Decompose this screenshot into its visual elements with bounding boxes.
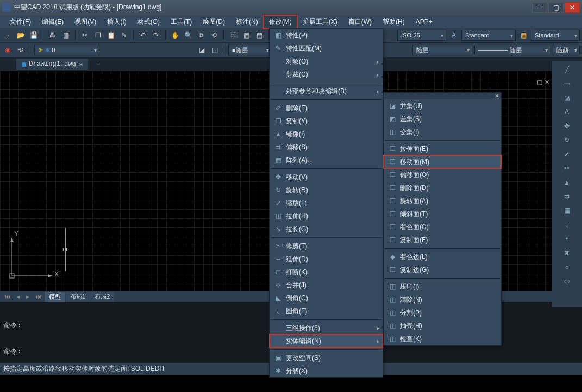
modify-menu-item[interactable]: 外部参照和块编辑(B)▸ [270, 85, 383, 98]
layout-tab-layout2[interactable]: 布局2 [90, 292, 114, 302]
modify-menu-item[interactable]: ↻旋转(R) [270, 184, 383, 197]
modify-move-icon[interactable]: ✥ [561, 121, 572, 131]
menu-insert[interactable]: 插入(I) [102, 15, 132, 29]
draw-point-icon[interactable]: • [561, 233, 572, 244]
make-current-icon[interactable]: ◪ [196, 45, 207, 55]
menu-draw[interactable]: 绘图(D) [197, 15, 230, 29]
document-tab[interactable]: ▩ Drawing1.dwg ✕ [16, 59, 88, 70]
modify-erase-icon[interactable]: ✖ [561, 248, 572, 258]
maximize-button[interactable]: ▢ [548, 2, 564, 13]
menu-app-plus[interactable]: APP+ [410, 16, 438, 28]
layer-manager-icon[interactable]: ◉ [2, 45, 13, 55]
modify-menu-item[interactable]: ✱分解(X) [270, 364, 383, 377]
modify-menu-item[interactable]: ▲镜像(I) [270, 128, 383, 141]
layout-tab-model[interactable]: 模型 [45, 292, 65, 302]
match-props-icon[interactable]: ✎ [118, 30, 129, 41]
dimstyle-combo[interactable]: ISO-25 [397, 30, 446, 41]
design-center-icon[interactable]: ▦ [241, 30, 252, 41]
modify-menu-item[interactable]: □打断(K) [270, 265, 383, 279]
modify-rotate-icon[interactable]: ↻ [561, 135, 572, 146]
modify-trim-icon[interactable]: ✂ [561, 163, 572, 174]
modify-mirror-icon[interactable]: ▲ [561, 177, 572, 188]
modify-array-icon[interactable]: ▦ [561, 205, 572, 216]
menu-extend-tools[interactable]: 扩展工具(X) [297, 15, 343, 29]
modify-menu-item[interactable]: ⤢缩放(L) [270, 197, 383, 210]
modify-menu-item[interactable]: --延伸(D) [270, 252, 383, 265]
solid-submenu-item[interactable]: ❐移动面(M) [384, 155, 501, 168]
pan-icon[interactable]: ✋ [170, 30, 180, 41]
modify-fillet-icon[interactable]: ◟ [561, 219, 572, 230]
modify-offset-icon[interactable]: ⇉ [561, 191, 572, 202]
solid-submenu-item[interactable]: ◫交集(I) [384, 125, 501, 138]
paste-icon[interactable]: 📋 [105, 30, 116, 41]
solid-submenu-item[interactable]: ◫分割(P) [384, 306, 501, 319]
solid-submenu-item[interactable]: ❐复制面(F) [384, 233, 501, 246]
linetype-combo[interactable]: 随层 [412, 45, 472, 55]
lineweight-combo[interactable]: ————— 随层 [474, 45, 550, 55]
save-icon[interactable]: 💾 [28, 30, 39, 41]
panel-restore-icon[interactable]: ▢ [537, 79, 542, 86]
panel-close-icon[interactable]: ✕ [545, 79, 549, 86]
menu-view[interactable]: 视图(V) [69, 15, 102, 29]
solid-submenu-item[interactable]: ◫清除(N) [384, 293, 501, 306]
modify-menu-item[interactable]: ◫拉伸(H) [270, 210, 383, 223]
cut-icon[interactable]: ✂ [79, 30, 90, 41]
modify-menu-item[interactable]: ▦阵列(A)... [270, 154, 383, 167]
tablestyle-combo[interactable]: Standard [531, 30, 580, 41]
draw-hatch-icon[interactable]: ▨ [561, 92, 572, 103]
draw-rect-icon[interactable]: ▭ [561, 78, 572, 89]
modify-menu-item[interactable]: 对象(O)▸ [270, 55, 383, 68]
modify-menu-item[interactable]: ✂修剪(T) [270, 239, 383, 252]
undo-icon[interactable]: ↶ [137, 30, 148, 41]
solid-submenu-item[interactable]: ❐旋转面(A) [384, 194, 501, 207]
menu-format[interactable]: 格式(O) [132, 15, 165, 29]
plotstyle-combo[interactable]: 随颜 [553, 45, 580, 55]
solid-submenu-item[interactable]: ◆着色边(L) [384, 250, 501, 263]
solid-submenu-item[interactable]: ❐拉伸面(E) [384, 142, 501, 155]
layout-tab-layout1[interactable]: 布局1 [66, 292, 90, 302]
menu-file[interactable]: 文件(F) [4, 15, 36, 29]
menu-edit[interactable]: 编辑(E) [36, 15, 69, 29]
menu-modify[interactable]: 修改(M) [264, 15, 297, 29]
modify-menu-item[interactable]: ✐删除(E) [270, 102, 383, 115]
textstyle-combo[interactable]: Standard [461, 30, 516, 41]
modify-menu-item[interactable]: ⇉偏移(S) [270, 141, 383, 154]
properties-icon[interactable]: ☰ [228, 30, 239, 41]
zoom-prev-icon[interactable]: ⟲ [209, 30, 220, 41]
modify-menu-item[interactable]: ↘拉长(G) [270, 223, 383, 236]
layer-combo[interactable]: ☀ ❄ 0 [34, 45, 99, 55]
solid-submenu-item[interactable]: ◫压印(I) [384, 280, 501, 293]
solid-submenu-item[interactable]: ❐偏移面(O) [384, 168, 501, 181]
modify-menu-item[interactable]: ⊹合并(J) [270, 279, 383, 292]
panel-min-icon[interactable]: — [529, 79, 535, 86]
solid-submenu-item[interactable]: ◪并集(U) [384, 99, 501, 112]
modify-menu-item[interactable]: ◟圆角(F) [270, 305, 383, 318]
new-icon[interactable]: ▫ [2, 30, 13, 41]
textstyle-icon[interactable]: A [448, 30, 459, 41]
modify-menu-item[interactable]: ✥移动(V) [270, 170, 383, 184]
layout-nav-next-icon[interactable]: ▸ [23, 292, 32, 301]
menu-window[interactable]: 窗口(W) [343, 15, 377, 29]
solid-submenu-item[interactable]: ◫检查(K) [384, 332, 501, 345]
modify-scale-icon[interactable]: ⤢ [561, 149, 572, 160]
modify-menu-item[interactable]: ▣更改空间(S) [270, 351, 383, 364]
print-preview-icon[interactable]: ▥ [60, 30, 71, 41]
solid-submenu-item[interactable]: ❐倾斜面(T) [384, 207, 501, 220]
modify-menu-item[interactable]: 剪裁(C)▸ [270, 68, 383, 81]
modify-menu-item[interactable]: ✎特性匹配(M) [270, 42, 383, 55]
color-bylayer-combo[interactable]: ■ 随层 [228, 45, 272, 55]
print-icon[interactable]: 🖶 [47, 30, 58, 41]
modify-menu-item[interactable]: ◧特性(P) [270, 29, 383, 42]
solid-submenu-item[interactable]: ◫抽壳(H) [384, 319, 501, 332]
layer-previous-icon[interactable]: ⟲ [15, 45, 26, 55]
draw-text-icon[interactable]: A [561, 106, 572, 117]
modify-menu-item[interactable]: 三维操作(3)▸ [270, 321, 383, 334]
modify-menu-item[interactable]: 实体编辑(N)▸ [270, 334, 383, 347]
zoom-realtime-icon[interactable]: 🔍 [183, 30, 193, 41]
layout-nav-last-icon[interactable]: ⏭ [33, 292, 44, 301]
draw-line-icon[interactable]: ╱ [561, 64, 572, 75]
submenu-close-icon[interactable]: ✕ [495, 93, 499, 99]
solid-submenu-item[interactable]: ❐删除面(D) [384, 181, 501, 194]
copy-icon[interactable]: ❐ [92, 30, 103, 41]
solid-submenu-item[interactable]: ❐着色面(C) [384, 220, 501, 233]
